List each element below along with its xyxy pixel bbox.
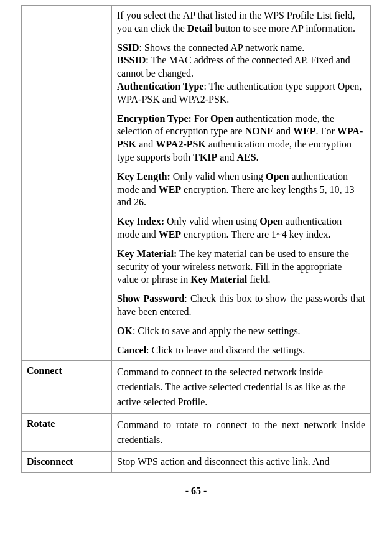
row-description: Command to rotate to connect to the next…	[112, 414, 371, 452]
row-label: Connect	[22, 361, 112, 414]
row-label: Rotate	[22, 414, 112, 452]
row-description: Stop WPS action and disconnect this acti…	[112, 452, 371, 473]
paragraph: Show Password: Check this box to show th…	[117, 292, 365, 319]
table-row: Rotate Command to rotate to connect to t…	[22, 414, 371, 452]
definition-table: If you select the AP that listed in the …	[21, 5, 371, 473]
paragraph: If you select the AP that listed in the …	[117, 9, 365, 35]
paragraph: Key Length: Only valid when using Open a…	[117, 171, 365, 209]
paragraph: Key Index: Only valid when using Open au…	[117, 215, 365, 241]
row-label: Disconnect	[22, 452, 112, 473]
row-description: If you select the AP that listed in the …	[112, 6, 371, 361]
table-row: Disconnect Stop WPS action and disconnec…	[22, 452, 371, 473]
paragraph: SSID: Shows the connected AP network nam…	[117, 42, 365, 106]
row-description: Command to connect to the selected netwo…	[112, 361, 371, 414]
paragraph: Key Material: The key material can be us…	[117, 248, 365, 286]
paragraph: OK: Click to save and apply the new sett…	[117, 325, 365, 338]
paragraph: Encryption Type: For Open authentication…	[117, 113, 365, 164]
table-row: Connect Command to connect to the select…	[22, 361, 371, 414]
page-number: - 65 -	[21, 485, 371, 497]
table-row: If you select the AP that listed in the …	[22, 6, 371, 361]
row-label	[22, 6, 112, 361]
paragraph: Cancel: Click to leave and discard the s…	[117, 344, 365, 357]
